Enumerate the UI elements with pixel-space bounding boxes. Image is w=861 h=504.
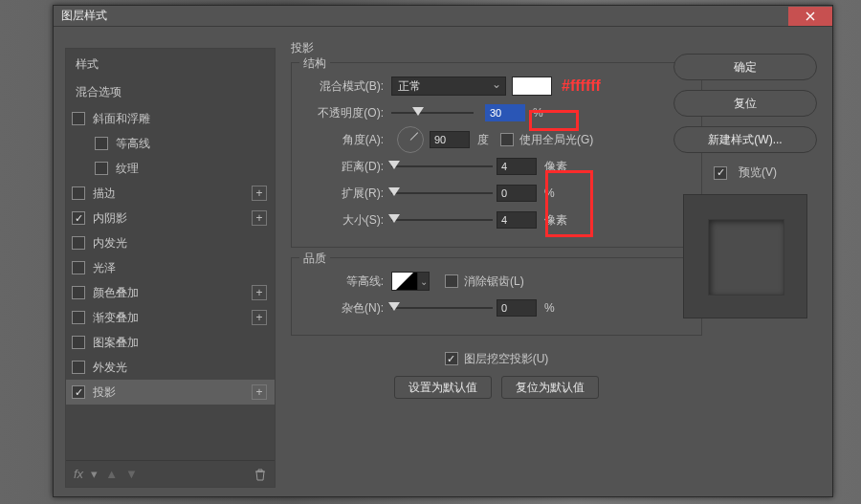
ok-button[interactable]: 确定 — [673, 54, 817, 80]
add-effect-icon[interactable]: + — [252, 210, 267, 226]
style-item-bevel[interactable]: 斜面和浮雕 — [66, 106, 275, 131]
opacity-unit: % — [533, 106, 543, 120]
style-label: 光泽 — [93, 260, 116, 276]
preview-checkbox[interactable] — [714, 166, 727, 180]
style-item-drop-shadow[interactable]: 投影 + — [66, 380, 275, 405]
group-legend: 品质 — [299, 251, 330, 267]
style-item-texture[interactable]: 纹理 — [66, 156, 275, 181]
checkbox[interactable] — [72, 336, 85, 349]
checkbox[interactable] — [72, 311, 85, 324]
spread-label: 扩展(R): — [303, 186, 391, 202]
style-label: 斜面和浮雕 — [93, 111, 150, 127]
chevron-down-icon[interactable]: ▾ — [91, 467, 98, 481]
knockout-checkbox[interactable] — [445, 352, 458, 365]
arrow-down-icon[interactable]: ▼ — [125, 467, 138, 481]
global-light-label: 使用全局光(G) — [519, 132, 593, 148]
contour-picker[interactable] — [391, 272, 418, 291]
checkbox[interactable] — [72, 385, 85, 399]
angle-dial[interactable] — [397, 126, 424, 153]
dialog-buttons: 确定 复位 新建样式(W)... 预览(V) — [673, 54, 817, 318]
style-item-satin[interactable]: 光泽 — [66, 255, 275, 280]
noise-unit: % — [544, 301, 555, 315]
add-effect-icon[interactable]: + — [252, 310, 267, 325]
style-label: 等高线 — [116, 136, 150, 152]
size-unit: 像素 — [544, 212, 567, 229]
style-label: 内发光 — [93, 235, 127, 252]
checkbox[interactable] — [72, 361, 85, 374]
style-label: 描边 — [93, 186, 116, 202]
annotation-color: #ffffff — [562, 77, 601, 95]
distance-slider[interactable] — [391, 160, 493, 173]
antialias-label: 消除锯齿(L) — [464, 274, 524, 290]
style-item-stroke[interactable]: 描边 + — [66, 181, 275, 206]
style-item-color-overlay[interactable]: 颜色叠加 + — [66, 280, 275, 305]
section-title: 投影 — [291, 40, 702, 56]
add-effect-icon[interactable]: + — [252, 285, 267, 300]
antialias-checkbox[interactable] — [445, 274, 458, 288]
spread-unit: % — [544, 186, 555, 200]
preview-thumbnail — [683, 194, 807, 318]
checkbox[interactable] — [95, 137, 108, 150]
drop-shadow-settings: 投影 结构 混合模式(B): 正常 #ffffff 不透明度(O): 30 % — [291, 40, 702, 399]
spread-input[interactable]: 0 — [497, 185, 537, 202]
style-item-contour[interactable]: 等高线 — [66, 131, 275, 156]
arrow-up-icon[interactable]: ▲ — [105, 467, 118, 481]
distance-input[interactable]: 4 — [497, 158, 537, 175]
spread-slider[interactable] — [391, 186, 493, 200]
preview-label: 预览(V) — [739, 164, 777, 181]
cancel-button[interactable]: 复位 — [673, 90, 817, 117]
opacity-slider[interactable] — [391, 106, 474, 120]
checkbox[interactable] — [72, 286, 85, 299]
style-item-inner-shadow[interactable]: 内阴影 + — [66, 206, 275, 230]
add-effect-icon[interactable]: + — [252, 186, 267, 201]
angle-input[interactable]: 90 — [430, 131, 470, 148]
style-label: 内阴影 — [93, 210, 127, 227]
checkbox[interactable] — [72, 236, 85, 250]
checkbox[interactable] — [72, 261, 85, 274]
distance-label: 距离(D): — [303, 159, 391, 175]
blend-mode-label: 混合模式(B): — [303, 78, 391, 95]
group-legend: 结构 — [299, 55, 330, 72]
noise-input[interactable]: 0 — [497, 299, 537, 317]
style-item-pattern-overlay[interactable]: 图案叠加 — [66, 330, 275, 355]
fx-menu[interactable]: fx — [74, 467, 83, 481]
color-swatch[interactable] — [512, 77, 552, 96]
style-label: 外发光 — [93, 360, 127, 376]
add-effect-icon[interactable]: + — [252, 384, 267, 400]
quality-group: 品质 等高线: ⌄ 消除锯齿(L) 杂色(N): 0 % — [291, 257, 702, 336]
style-label: 图案叠加 — [93, 335, 139, 351]
styles-header: 样式 — [66, 49, 275, 78]
global-light-checkbox[interactable] — [500, 133, 514, 146]
checkbox[interactable] — [72, 112, 85, 125]
knockout-label: 图层挖空投影(U) — [464, 351, 549, 367]
close-button[interactable] — [788, 7, 832, 26]
checkbox[interactable] — [72, 186, 85, 200]
opacity-input[interactable]: 30 — [485, 104, 525, 121]
blend-mode-select[interactable]: 正常 — [391, 77, 506, 96]
size-input[interactable]: 4 — [497, 211, 537, 229]
size-slider[interactable] — [391, 213, 493, 227]
structure-group: 结构 混合模式(B): 正常 #ffffff 不透明度(O): 30 % 角度(… — [291, 62, 702, 248]
angle-unit: 度 — [477, 132, 489, 148]
style-item-outer-glow[interactable]: 外发光 — [66, 355, 275, 380]
make-default-button[interactable]: 设置为默认值 — [394, 376, 492, 399]
contour-label: 等高线: — [303, 274, 391, 290]
window-title: 图层样式 — [54, 8, 107, 24]
layer-style-dialog: 图层样式 样式 混合选项 斜面和浮雕 等高线 纹理 描边 — [53, 5, 833, 497]
opacity-label: 不透明度(O): — [303, 105, 391, 121]
checkbox[interactable] — [95, 162, 108, 175]
new-style-button[interactable]: 新建样式(W)... — [673, 126, 817, 153]
style-item-gradient-overlay[interactable]: 渐变叠加 + — [66, 305, 275, 330]
style-item-inner-glow[interactable]: 内发光 — [66, 230, 275, 255]
contour-dropdown[interactable]: ⌄ — [418, 272, 430, 291]
trash-icon[interactable] — [254, 468, 267, 481]
distance-unit: 像素 — [544, 159, 567, 175]
noise-slider[interactable] — [391, 301, 493, 315]
size-label: 大小(S): — [303, 212, 391, 229]
style-label: 渐变叠加 — [93, 310, 139, 326]
blend-options-label[interactable]: 混合选项 — [66, 78, 275, 106]
reset-default-button[interactable]: 复位为默认值 — [501, 376, 599, 399]
checkbox[interactable] — [72, 211, 85, 225]
noise-label: 杂色(N): — [303, 300, 391, 317]
style-label: 投影 — [93, 384, 116, 401]
